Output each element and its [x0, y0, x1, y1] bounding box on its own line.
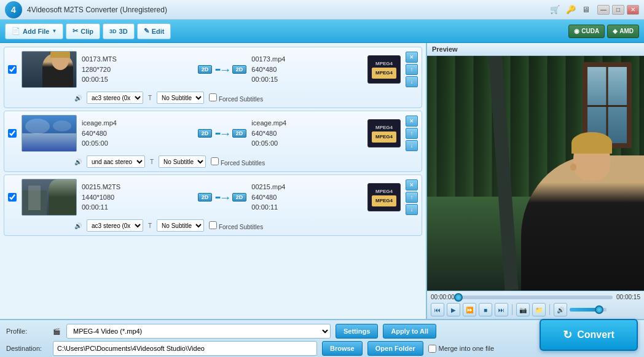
file-3-forced-checkbox[interactable]: Forced Subtitles: [209, 221, 263, 230]
file-3-delete-button[interactable]: ✕: [406, 179, 418, 190]
time-start: 00:00:00: [431, 294, 455, 300]
file-2-input-name: iceage.mp4: [82, 118, 193, 128]
file-3-format-badge[interactable]: MPEG4 MPEG4: [367, 183, 401, 211]
merge-checkbox-label[interactable]: Merge into one file: [428, 345, 495, 353]
file-1-checkbox[interactable]: [8, 65, 17, 74]
file-2-subtitle-select[interactable]: No Subtitle: [159, 155, 206, 168]
fast-forward-button[interactable]: ⏩: [463, 303, 476, 316]
merge-checkbox[interactable]: [428, 345, 436, 353]
file-3-format-label: MPEG4: [375, 189, 393, 194]
file-3-up-button[interactable]: ↑: [406, 192, 418, 203]
file-3-output-name: 00215.mp4: [251, 182, 363, 192]
convert-button[interactable]: ↻ Convert: [540, 319, 638, 351]
volume-bar[interactable]: [570, 308, 607, 312]
file-1-info: 00173.MTS 1280*720 00:00:15: [82, 54, 193, 85]
file-1-format-badge[interactable]: MPEG4 MPEG4: [367, 55, 401, 84]
window-controls: 🛒 🔑 🖥 — □ ✕: [550, 5, 639, 15]
file-1-audio-select[interactable]: ac3 stereo (0x: [87, 92, 143, 104]
cuda-icon: ◉: [574, 28, 579, 34]
convert-label: Convert: [577, 329, 614, 340]
play-button[interactable]: ▶: [447, 303, 460, 316]
timeline-bar[interactable]: [458, 296, 613, 299]
file-3-checkbox[interactable]: [8, 193, 17, 202]
file-2-delete-button[interactable]: ✕: [406, 116, 418, 127]
file-2-forced-checkbox[interactable]: Forced Subtitles: [211, 157, 265, 167]
merge-label: Merge into one file: [439, 345, 495, 352]
3d-label: 3D: [119, 28, 128, 35]
file-2-output-name: iceage.mp4: [251, 118, 363, 128]
file-1-up-button[interactable]: ✕: [406, 52, 418, 63]
skip-start-button[interactable]: ⏮: [431, 303, 444, 316]
file-3-subtitle-select[interactable]: No Subtitle: [157, 219, 204, 232]
dest-input[interactable]: [53, 341, 317, 356]
file-1-output-info: 00173.mp4 640*480 00:00:15: [251, 54, 363, 85]
maximize-button[interactable]: □: [612, 5, 624, 15]
file-2-output-info: iceage.mp4 640*480 00:05:00: [251, 118, 363, 149]
stop-button[interactable]: ■: [479, 303, 492, 316]
amd-button[interactable]: ◈ AMD: [607, 25, 639, 38]
file-2-output-res: 640*480: [251, 128, 363, 139]
3d-button[interactable]: 3D 3D: [103, 23, 135, 39]
title-bar: 4 4Videosoft M2TS Converter (Unregistere…: [0, 0, 644, 20]
file-2-up-button[interactable]: ↑: [406, 128, 418, 139]
minimize-button[interactable]: —: [597, 5, 610, 15]
cuda-button[interactable]: ◉ CUDA: [568, 25, 605, 38]
file-2-down-button[interactable]: ↓: [406, 140, 418, 151]
file-1-subtitle-icon: T: [148, 95, 152, 101]
file-2-input-res: 640*480: [82, 128, 193, 139]
browse-button[interactable]: Browse: [322, 341, 363, 356]
file-2-input-dur: 00:05:00: [82, 138, 193, 149]
file-1-move-button[interactable]: ↓: [406, 76, 418, 87]
edit-button[interactable]: ✎ Edit: [137, 23, 171, 39]
file-2-controls: ✕ ↑ ↓: [406, 116, 418, 151]
file-2-checkbox[interactable]: [8, 129, 17, 138]
arrow-icon-3: ···→: [214, 190, 230, 205]
file-2-format-badge[interactable]: MPEG4 MPEG4: [367, 119, 401, 147]
snapshot-button[interactable]: 📷: [516, 303, 530, 316]
pb-separator-2: [549, 304, 550, 315]
file-item-3: 00215.M2TS 1440*1080 00:00:11 2D ···→ 2D…: [4, 175, 422, 236]
add-file-button[interactable]: 📄 Add File ▼: [5, 23, 63, 39]
file-2-audio-icon: 🔊: [74, 159, 82, 165]
file-1-subtitle-select[interactable]: No Subtitle: [157, 92, 204, 104]
file-2-subtitle-icon: T: [150, 159, 154, 165]
edit-label: Edit: [152, 28, 165, 35]
key-icon: 🔑: [566, 5, 576, 15]
file-item-1: 00173.MTS 1280*720 00:00:15 2D ···→ 2D 0…: [4, 47, 422, 108]
file-3-audio-select[interactable]: ac3 stereo (0x: [87, 219, 143, 232]
file-2-audio-select[interactable]: und aac stereo: [87, 155, 145, 168]
file-3-down-button[interactable]: ↓: [406, 204, 418, 215]
file-1-forced-checkbox[interactable]: Forced Subtitles: [209, 93, 263, 103]
toolbar: 📄 Add File ▼ Clip 3D 3D ✎ Edit ◉ CUDA ◈ …: [0, 20, 644, 43]
badge-2d-in-3: 2D: [198, 193, 213, 202]
apply-all-button[interactable]: Apply to All: [383, 324, 436, 339]
amd-icon: ◈: [613, 28, 618, 34]
file-1-controls: ✕ ↑ ↓: [406, 52, 418, 87]
bottom-wrapper: Profile: 🎬 MPEG-4 Video (*.mp4) Settings…: [0, 319, 644, 357]
profile-select[interactable]: MPEG-4 Video (*.mp4): [66, 324, 331, 339]
volume-thumb[interactable]: [595, 305, 603, 314]
scene-boy-hair: [571, 132, 612, 154]
settings-button[interactable]: Settings: [336, 324, 378, 339]
time-end: 00:00:15: [616, 294, 640, 300]
clip-button[interactable]: Clip: [66, 23, 100, 39]
scene-boy-ear: [570, 163, 576, 171]
file-2-bottom: 🔊 und aac stereo T No Subtitle Forced Su…: [74, 155, 418, 168]
file-1-down-button[interactable]: ↑: [406, 64, 418, 75]
clip-label: Clip: [80, 28, 93, 35]
timeline-thumb[interactable]: [454, 293, 463, 302]
timeline-row: 00:00:00 00:00:15: [431, 294, 640, 300]
volume-icon-button[interactable]: 🔊: [554, 303, 567, 316]
monitor-icon: 🖥: [582, 5, 590, 15]
folder-button[interactable]: 📁: [532, 303, 546, 316]
file-item-2-top: iceage.mp4 640*480 00:05:00 2D ···→ 2D i…: [8, 115, 418, 152]
file-3-bottom: 🔊 ac3 stereo (0x T No Subtitle Forced Su…: [74, 219, 418, 232]
playback-row: ⏮ ▶ ⏩ ■ ⏭ 📷 📁 🔊: [431, 303, 640, 316]
file-item-1-top: 00173.MTS 1280*720 00:00:15 2D ···→ 2D 0…: [8, 51, 418, 88]
preview-controls: 00:00:00 00:00:15 ⏮ ▶ ⏩ ■ ⏭ 📷 📁 🔊: [427, 291, 644, 319]
file-1-output-res: 640*480: [251, 65, 363, 75]
open-folder-button[interactable]: Open Folder: [367, 341, 423, 356]
dest-label: Destination:: [6, 345, 48, 352]
close-button[interactable]: ✕: [627, 5, 639, 15]
skip-end-button[interactable]: ⏭: [495, 303, 508, 316]
